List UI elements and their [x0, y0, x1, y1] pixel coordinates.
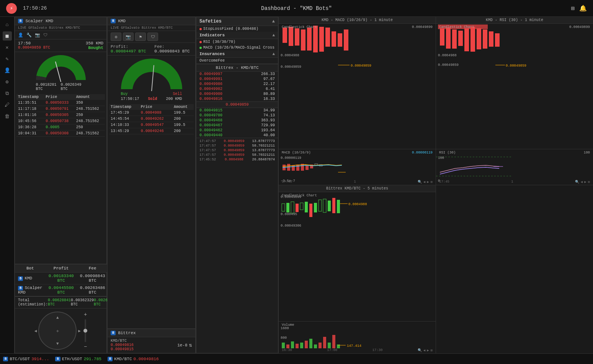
- svg-text:0.0004988: 0.0004988: [281, 54, 299, 57]
- rsi-zoom-icon[interactable]: 🔍: [575, 180, 579, 184]
- svg-rect-5: [313, 26, 318, 52]
- toolbar-person-icon[interactable]: 👤: [18, 33, 23, 38]
- macd-expand-icon[interactable]: ⊞: [431, 180, 433, 184]
- indicators-collapse-icon[interactable]: ▲: [272, 33, 275, 38]
- rsi-level: 100: [584, 151, 590, 155]
- kmd-trades: Timestamp Price Amount 17:45:290.0004988…: [108, 104, 195, 328]
- indicators-header: Indicators ▲: [196, 32, 278, 39]
- layout-icon[interactable]: ⊞: [571, 5, 575, 12]
- svg-rect-71: [489, 31, 493, 47]
- svg-rect-2: [295, 28, 299, 46]
- svg-rect-67: [464, 28, 469, 51]
- col-timestamp: Timestamp: [16, 94, 44, 100]
- exchange-panel: B Bittrex KMD/BTC 0.00049816 0.00049815 …: [107, 329, 196, 353]
- btc-chart-title: Bittrex KMD/BTC - 5 minutes: [279, 185, 436, 192]
- nav-left-icon[interactable]: ◀: [34, 328, 37, 333]
- kmd-toolbar[interactable]: ⚙ 📷 ⚑ 🛡: [108, 31, 195, 43]
- scalper-trades: Timestamp Price Amount 11:35:510.0005033…: [15, 94, 106, 264]
- sidebar-icon-edit[interactable]: ✎: [3, 54, 12, 64]
- indicator-item-1: RSI (30/30/70): [196, 39, 278, 45]
- svg-text:1600: 1600: [281, 326, 289, 330]
- rsi-expand-icon[interactable]: ⊞: [588, 180, 590, 184]
- svg-rect-4: [307, 28, 312, 51]
- list-item: 0.0004998622.17: [196, 82, 278, 87]
- kmd-trade-time: 17:50:17: [121, 97, 139, 101]
- sidebar-icon-home[interactable]: ⌂: [3, 20, 12, 29]
- safeties-title: Safeties: [199, 19, 222, 24]
- page-title: Dashboard - "KMD Bots": [261, 5, 332, 11]
- sidebar-icon-delete[interactable]: 🗑: [3, 112, 12, 121]
- tick-area: 1e-8 ⇅: [177, 342, 192, 348]
- kmd-badge: B: [111, 19, 116, 23]
- insurance-item-1: OvercomeFee: [196, 58, 278, 64]
- exchange-pair: KMD/BTC: [111, 339, 134, 343]
- zoom-in-icon[interactable]: +: [84, 312, 87, 318]
- tick-icon[interactable]: ⇅: [189, 342, 192, 348]
- btc-zoom-icon[interactable]: 🔍: [418, 348, 422, 353]
- scalper-price: 0.00049859 BTC: [18, 46, 50, 50]
- btc-prev-icon[interactable]: ◀: [423, 348, 425, 353]
- rsi-chart-area: KMD - RSI (30) - 1 minute Candlestick Ch…: [436, 17, 593, 185]
- sidebar-icon-dashboard[interactable]: ▦: [3, 31, 12, 41]
- toolbar-wrench-icon[interactable]: 🔧: [26, 33, 32, 38]
- status-badge-2: B: [55, 357, 60, 361]
- svg-rect-37: [328, 201, 331, 211]
- sidebar-icon-settings[interactable]: ⚙: [3, 77, 12, 87]
- svg-text:0.000495: 0.000495: [281, 212, 297, 216]
- btc-next-icon[interactable]: ▶: [427, 348, 429, 353]
- svg-rect-9: [338, 33, 342, 47]
- statusbar: B BTC/USDT 3914... B ETH/USDT 291.785 B …: [0, 353, 593, 364]
- kmd-btn-4[interactable]: 🛡: [147, 33, 158, 41]
- scalper-gauge-area: 0.0018201 BTC 0.0026349 BTC: [15, 52, 106, 94]
- list-item: 0.0004981534.99: [196, 108, 278, 113]
- svg-text:0.00049306: 0.00049306: [281, 224, 301, 228]
- notification-icon[interactable]: 🔔: [579, 5, 587, 12]
- col-amount: Amount: [75, 94, 105, 100]
- svg-rect-56: [332, 335, 335, 348]
- kmd-btn-2[interactable]: 📷: [123, 33, 134, 41]
- bots-col-profit: Profit: [46, 264, 77, 273]
- status-kmdbtc-label: KMD/BTC: [114, 357, 132, 361]
- zoom-slider-thumb[interactable]: [83, 329, 87, 333]
- scalper-subtitle: LIVE GFSalvato Bittrex KMD/BTC: [15, 25, 106, 31]
- nav-up-icon[interactable]: ▲: [56, 315, 59, 320]
- kmd-btn-1[interactable]: ⚙: [111, 33, 121, 41]
- svg-rect-0: [283, 28, 287, 43]
- rsi-time-labels: 17:45 1 🔍 ◀ ▶ ⊞: [436, 180, 593, 184]
- macd-next-icon[interactable]: ▶: [427, 180, 429, 184]
- sidebar-icon-tools[interactable]: ✕: [3, 43, 12, 52]
- macd-zoom-icon[interactable]: 🔍: [418, 180, 422, 184]
- toolbar-shield-icon[interactable]: 🛡: [43, 33, 47, 38]
- svg-text:0.00049859: 0.00049859: [438, 63, 459, 67]
- svg-text:0.0004988: 0.0004988: [438, 54, 457, 57]
- nav-center-icon[interactable]: ✛: [56, 328, 59, 333]
- btc-expand-icon[interactable]: ⊞: [431, 348, 433, 353]
- svg-rect-49: [300, 343, 303, 348]
- fee-label: Fee:: [154, 44, 164, 49]
- kmd-panel: B KMD LIVE GFSalvato Bittrex KMD/BTC ⚙ 📷…: [107, 17, 196, 329]
- total-label: Total (estimation):: [18, 298, 48, 307]
- toolbar-camera-icon[interactable]: 📷: [35, 33, 40, 38]
- macd-chart-area: KMD - MACD (10/26/9) - 1 minute Candlest…: [279, 17, 436, 185]
- nav-down-icon[interactable]: ▼: [56, 341, 59, 346]
- zoom-out-icon[interactable]: −: [84, 344, 87, 350]
- svg-rect-8: [332, 31, 336, 47]
- btc-time-labels: 16:30 17:00 17:30 🔍 ◀ ▶ ⊞: [279, 348, 436, 353]
- kmd-btn-3[interactable]: ⚑: [135, 33, 146, 41]
- sidebar-icon-pen[interactable]: 🖊: [3, 100, 12, 109]
- sidebar-icon-person[interactable]: 👤: [3, 66, 12, 75]
- rsi-indicator-svg: 0 100: [436, 149, 593, 184]
- svg-rect-1: [289, 27, 293, 46]
- sidebar-icon-copy[interactable]: ⧉: [3, 89, 12, 98]
- rsi-next-icon[interactable]: ▶: [584, 180, 586, 184]
- exchange-badge: B: [111, 331, 116, 335]
- rsi-prev-icon[interactable]: ◀: [581, 180, 583, 184]
- macd-prev-icon[interactable]: ◀: [423, 180, 425, 184]
- nav-right-icon[interactable]: ▶: [78, 328, 81, 333]
- insurances-collapse-icon[interactable]: ▲: [272, 52, 275, 56]
- kmd-col-timestamp: Timestamp: [109, 104, 139, 110]
- list-item: 17:47:570.0004985913.87877773: [196, 148, 278, 153]
- safeties-collapse-icon[interactable]: ▲: [272, 19, 275, 24]
- scalper-panel: B Scalper KMD LIVE GFSalvato Bittrex KMD…: [15, 17, 107, 264]
- status-kmdbtc: B KMD/BTC 0.00049816: [108, 357, 159, 361]
